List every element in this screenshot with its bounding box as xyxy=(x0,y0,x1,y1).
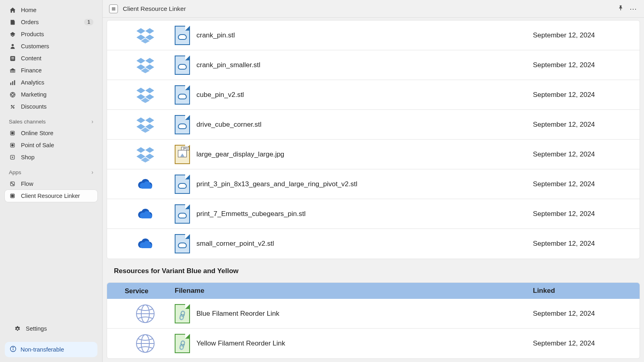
main-area: ▦ Client Resource Linker ⋯ crank_pin.stl… xyxy=(103,0,644,362)
header-filename: Filename xyxy=(175,287,526,295)
resource-row[interactable]: crank_pin_smaller.stlSeptember 12, 2024 xyxy=(107,50,640,80)
jpg-file-icon: JPG xyxy=(175,145,190,164)
sidebar-item-orders[interactable]: Orders1 xyxy=(5,16,97,28)
customers-icon xyxy=(9,43,16,50)
filename: crank_pin_smaller.stl xyxy=(196,61,260,69)
sidebar-item-settings[interactable]: Settings xyxy=(10,323,93,335)
app-title: Client Resource Linker xyxy=(123,5,613,12)
products-icon xyxy=(9,31,16,38)
sidebar-item-marketing[interactable]: Marketing xyxy=(5,88,97,101)
sidebar-item-flow[interactable]: Flow xyxy=(5,178,97,190)
svg-marker-28 xyxy=(136,28,145,34)
filename: Blue Filament Reorder Link xyxy=(196,310,279,318)
sidebar-item-finance[interactable]: Finance xyxy=(5,64,97,76)
non-transferable-badge[interactable]: Non-transferable xyxy=(5,342,97,357)
svg-rect-5 xyxy=(12,81,13,85)
resource-row[interactable]: print_3_pin_8x13_gears_and_large_ring_pi… xyxy=(107,169,640,199)
service-icon-dropbox xyxy=(123,57,167,73)
gear-icon xyxy=(14,325,21,332)
sidebar-item-label: Shop xyxy=(21,154,93,160)
service-icon-onedrive xyxy=(123,178,167,190)
filename: large_gear_display_large.jpg xyxy=(196,150,284,158)
sidebar-item-customers[interactable]: Customers xyxy=(5,40,97,52)
service-icon-dropbox xyxy=(123,117,167,133)
non-transferable-label: Non-transferable xyxy=(21,346,64,353)
svg-point-15 xyxy=(12,144,14,146)
resource-row[interactable]: small_corner_point_v2.stlSeptember 12, 2… xyxy=(107,229,640,259)
svg-point-9 xyxy=(11,105,12,107)
resource-row[interactable]: print_7_Emmetts_cubegears_pin.stlSeptemb… xyxy=(107,199,640,229)
filename: crank_pin.stl xyxy=(196,31,235,39)
filename: Yellow Filament Reorder Link xyxy=(196,339,285,348)
sidebar-item-label: Products xyxy=(21,31,93,37)
sidebar-item-label: Online Store xyxy=(21,130,93,136)
content-scroll[interactable]: crank_pin.stlSeptember 12, 2024crank_pin… xyxy=(103,18,644,362)
svg-rect-3 xyxy=(11,58,14,59)
svg-rect-24 xyxy=(12,196,13,197)
service-icon-web xyxy=(123,334,167,353)
cloud-file-icon xyxy=(175,115,190,134)
sidebar-item-discounts[interactable]: Discounts xyxy=(5,101,97,113)
sidebar-item-point-of-sale[interactable]: Point of Sale xyxy=(5,139,97,151)
resource-row[interactable]: drive_cube_corner.stlSeptember 12, 2024 xyxy=(107,110,640,140)
service-icon-dropbox xyxy=(123,146,167,162)
link-file-icon: 🔗 xyxy=(175,334,190,353)
resource-row[interactable]: JPGlarge_gear_display_large.jpgSeptember… xyxy=(107,140,640,169)
sidebar: HomeOrders1ProductsCustomersContentFinan… xyxy=(0,0,103,362)
sidebar-item-shop[interactable]: Shop xyxy=(5,151,97,163)
sidebar-item-label: Discounts xyxy=(21,103,93,110)
sales-channels-header[interactable]: Sales channels › xyxy=(0,113,102,127)
svg-rect-21 xyxy=(11,195,12,195)
orders-icon xyxy=(9,19,16,26)
sidebar-item-home[interactable]: Home xyxy=(5,4,97,16)
sidebar-item-label: Finance xyxy=(21,67,93,74)
sidebar-item-products[interactable]: Products xyxy=(5,28,97,40)
resource-row[interactable]: crank_pin.stlSeptember 12, 2024 xyxy=(107,21,640,50)
sidebar-item-label: Marketing xyxy=(21,91,93,98)
resource-row[interactable]: 🔗Blue Filament Reorder LinkSeptember 12,… xyxy=(107,299,640,329)
sidebar-item-content[interactable]: Content xyxy=(5,52,97,64)
svg-marker-39 xyxy=(145,88,154,93)
sidebar-item-label: Point of Sale xyxy=(21,142,93,148)
cloud-file-icon xyxy=(175,204,190,224)
sidebar-item-client-resource-linker[interactable]: Client Resource Linker xyxy=(5,190,97,202)
resource-row[interactable]: 🔗Yellow Filament Reorder LinkSeptember 1… xyxy=(107,329,640,358)
pin-icon[interactable] xyxy=(617,5,624,13)
sidebar-item-online-store[interactable]: Online Store xyxy=(5,127,97,139)
svg-marker-49 xyxy=(145,147,154,153)
sidebar-item-label: Home xyxy=(21,7,93,13)
svg-point-10 xyxy=(13,107,14,109)
analytics-icon xyxy=(9,79,16,86)
svg-point-0 xyxy=(11,44,13,46)
linked-date: September 12, 2024 xyxy=(533,180,632,188)
service-icon-onedrive xyxy=(123,208,167,220)
chevron-right-icon: › xyxy=(91,118,93,125)
crl-icon xyxy=(9,192,16,200)
linked-date: September 12, 2024 xyxy=(533,61,632,69)
variant-table: Service Filename Linked 🔗Blue Filament R… xyxy=(107,282,640,359)
filename: drive_cube_corner.stl xyxy=(196,121,262,129)
discounts-icon xyxy=(9,103,16,110)
linked-date: September 12, 2024 xyxy=(533,339,632,348)
filename: cube_pin_v2.stl xyxy=(196,91,244,99)
svg-rect-4 xyxy=(10,82,11,85)
finance-icon xyxy=(9,67,16,74)
flow-icon xyxy=(9,180,16,187)
info-icon xyxy=(10,346,17,354)
service-icon-onedrive xyxy=(123,238,167,250)
more-icon[interactable]: ⋯ xyxy=(630,4,638,13)
svg-rect-6 xyxy=(14,80,15,85)
apps-header[interactable]: Apps › xyxy=(0,163,102,178)
resource-row[interactable]: cube_pin_v2.stlSeptember 12, 2024 xyxy=(107,80,640,110)
sidebar-item-label: Client Resource Linker xyxy=(21,193,93,199)
filename: print_3_pin_8x13_gears_and_large_ring_pi… xyxy=(196,180,357,188)
sidebar-item-analytics[interactable]: Analytics xyxy=(5,76,97,88)
store-icon xyxy=(9,130,16,137)
resources-table: crank_pin.stlSeptember 12, 2024crank_pin… xyxy=(107,20,640,259)
variant-heading: Resources for Variant Blue and Yellow xyxy=(107,259,640,280)
chevron-right-icon: › xyxy=(91,169,93,175)
shop-icon xyxy=(9,154,16,161)
linked-date: September 12, 2024 xyxy=(533,150,632,158)
header-service: Service xyxy=(123,287,167,295)
app-icon: ▦ xyxy=(109,4,118,13)
